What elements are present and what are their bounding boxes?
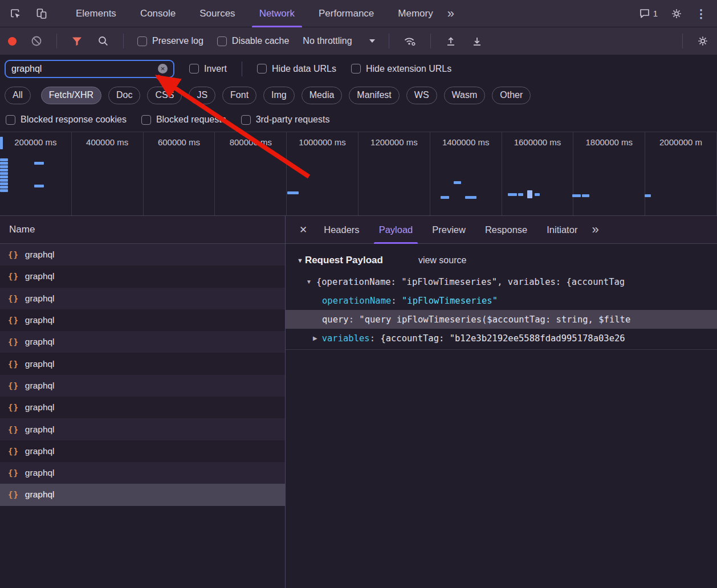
payload-query-row[interactable]: query: "query ipFlowTimeseries($accountT…: [286, 310, 717, 329]
console-messages-button[interactable]: 1: [638, 7, 658, 20]
json-braces-icon: {}: [8, 490, 19, 499]
expand-triangle-icon[interactable]: ▼: [306, 279, 312, 285]
tab-sources[interactable]: Sources: [188, 0, 247, 27]
expand-triangle-icon[interactable]: ▶: [313, 335, 317, 341]
request-row[interactable]: {}graphql: [0, 440, 285, 462]
details-more-tabs-icon[interactable]: »: [592, 222, 597, 237]
request-row[interactable]: {}graphql: [0, 266, 285, 287]
network-settings-gear-icon[interactable]: [696, 35, 709, 47]
blocked-response-cookies-label: Blocked response cookies: [21, 115, 127, 125]
divider: [242, 62, 242, 76]
preserve-log-toggle[interactable]: Preserve log: [137, 36, 203, 46]
hide-data-urls-toggle[interactable]: Hide data URLs: [257, 64, 336, 74]
payload-root-row[interactable]: ▼ {operationName: "ipFlowTimeseries", va…: [286, 272, 717, 291]
request-row[interactable]: {}graphql: [0, 418, 285, 440]
tab-memory[interactable]: Memory: [386, 0, 445, 27]
payload-operation-row[interactable]: operationName: "ipFlowTimeseries": [286, 291, 717, 310]
inspect-element-icon[interactable]: [9, 7, 22, 20]
type-filter-chips: AllFetch/XHRDocCSSJSFontImgMediaManifest…: [0, 83, 717, 108]
blocked-requests-toggle[interactable]: Blocked requests: [141, 115, 226, 125]
third-party-requests-toggle[interactable]: 3rd-party requests: [241, 115, 330, 125]
request-row[interactable]: {}graphql: [0, 331, 285, 353]
tab-network[interactable]: Network: [247, 0, 307, 27]
details-tab-response[interactable]: Response: [475, 216, 537, 244]
request-row[interactable]: {}graphql: [0, 288, 285, 309]
timeline-column: 1600000 ms: [502, 132, 574, 215]
network-filter-input[interactable]: ×: [5, 60, 174, 78]
chip-media[interactable]: Media: [302, 87, 343, 104]
chip-all[interactable]: All: [5, 87, 31, 104]
name-column-header[interactable]: Name: [0, 216, 285, 244]
request-row[interactable]: {}graphql: [0, 375, 285, 397]
filter-row: × Invert Hide data URLs Hide extension U…: [0, 55, 717, 83]
waterfall-bar: [572, 194, 581, 197]
details-tab-initiator[interactable]: Initiator: [537, 216, 587, 244]
json-braces-icon: {}: [8, 360, 19, 369]
json-braces-icon: {}: [8, 468, 19, 477]
json-braces-icon: {}: [8, 381, 19, 390]
request-row[interactable]: {}graphql: [0, 484, 285, 505]
disable-cache-toggle[interactable]: Disable cache: [217, 36, 290, 46]
search-button[interactable]: [97, 35, 109, 47]
more-panels-icon[interactable]: »: [447, 6, 453, 21]
clear-filter-icon[interactable]: ×: [158, 64, 168, 74]
network-conditions-icon[interactable]: [403, 35, 417, 47]
request-row[interactable]: {}graphql: [0, 244, 285, 266]
waterfall-bar: [0, 162, 8, 165]
chip-img[interactable]: Img: [263, 87, 295, 104]
close-details-icon[interactable]: ✕: [292, 224, 314, 236]
filter-text-field[interactable]: [11, 64, 158, 74]
request-row[interactable]: {}graphql: [0, 309, 285, 331]
import-har-icon[interactable]: [445, 35, 457, 47]
hide-extension-urls-checkbox: [351, 64, 361, 74]
timeline-overview[interactable]: 200000 ms400000 ms600000 ms800000 ms1000…: [0, 132, 717, 216]
export-har-icon[interactable]: [471, 35, 483, 47]
waterfall-bar: [645, 194, 651, 197]
chip-doc[interactable]: Doc: [108, 87, 140, 104]
chip-css[interactable]: CSS: [147, 87, 182, 104]
tab-console[interactable]: Console: [128, 0, 188, 27]
tab-performance[interactable]: Performance: [307, 0, 386, 27]
view-source-button[interactable]: view source: [418, 255, 466, 266]
invert-toggle[interactable]: Invert: [189, 64, 227, 74]
chip-js[interactable]: JS: [189, 87, 215, 104]
divider: [56, 34, 57, 48]
timeline-tick-label: 600000 ms: [158, 137, 200, 147]
throttling-select[interactable]: No throttling: [303, 36, 374, 46]
request-row[interactable]: {}graphql: [0, 397, 285, 418]
json-braces-icon: {}: [8, 316, 19, 325]
waterfall-bar: [441, 196, 449, 199]
preserve-log-checkbox: [137, 36, 147, 46]
settings-gear-icon[interactable]: [670, 7, 683, 20]
request-row[interactable]: {}graphql: [0, 353, 285, 374]
filter-button[interactable]: [71, 35, 83, 47]
chip-manifest[interactable]: Manifest: [349, 87, 399, 104]
waterfall-bar: [0, 169, 8, 172]
waterfall-bar: [34, 162, 44, 165]
collapse-triangle-icon[interactable]: ▼: [297, 257, 303, 264]
chip-wasm[interactable]: Wasm: [444, 87, 486, 104]
hide-extension-urls-toggle[interactable]: Hide extension URLs: [351, 64, 451, 74]
tab-elements[interactable]: Elements: [64, 0, 128, 27]
chip-font[interactable]: Font: [222, 87, 256, 104]
throttling-value: No throttling: [303, 36, 352, 46]
record-icon: [8, 37, 17, 46]
waterfall-bar: [508, 193, 517, 196]
divider: [286, 349, 717, 350]
details-tab-preview[interactable]: Preview: [422, 216, 475, 244]
hide-data-urls-label: Hide data URLs: [272, 64, 336, 74]
chip-fetch-xhr[interactable]: Fetch/XHR: [41, 87, 101, 104]
more-options-icon[interactable]: ⋮: [695, 7, 707, 21]
device-toolbar-icon[interactable]: [35, 7, 48, 20]
json-braces-icon: {}: [8, 447, 19, 456]
blocked-response-cookies-toggle[interactable]: Blocked response cookies: [6, 115, 127, 125]
chip-ws[interactable]: WS: [406, 87, 437, 104]
details-tab-headers[interactable]: Headers: [314, 216, 369, 244]
payload-variables-row[interactable]: ▶ variables: {accountTag: "b12e3b2192ee5…: [286, 329, 717, 348]
chip-other[interactable]: Other: [492, 87, 531, 104]
request-row[interactable]: {}graphql: [0, 462, 285, 484]
waterfall-bar: [0, 182, 8, 185]
details-tab-payload[interactable]: Payload: [369, 216, 423, 244]
record-network-log-button[interactable]: [8, 37, 17, 46]
clear-network-log-button[interactable]: [30, 35, 43, 47]
